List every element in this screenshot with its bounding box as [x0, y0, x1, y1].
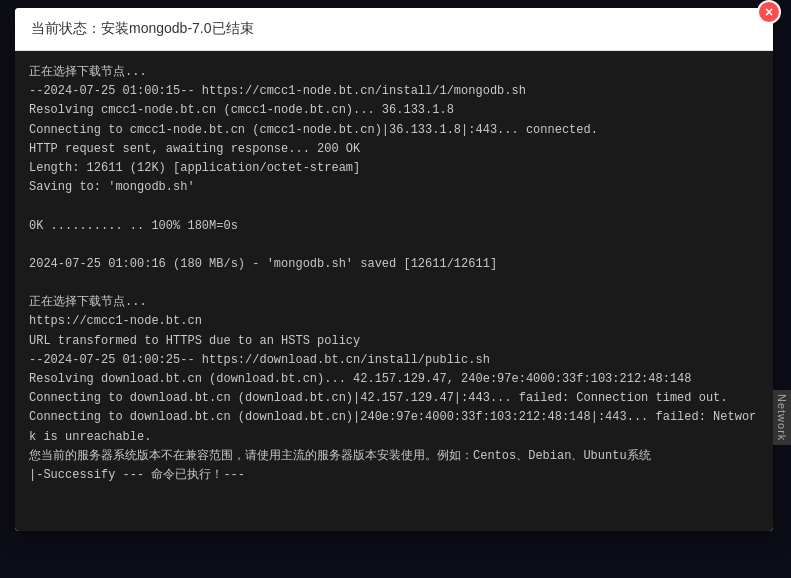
modal-dialog: 当前状态：安装mongodb-7.0已结束 × 正在选择下载节点... --20… — [15, 8, 773, 531]
close-button[interactable]: × — [757, 0, 781, 24]
modal-header: 当前状态：安装mongodb-7.0已结束 × — [15, 8, 773, 51]
network-label: Network — [773, 390, 791, 445]
terminal-output: 正在选择下载节点... --2024-07-25 01:00:15-- http… — [15, 51, 773, 531]
terminal-text: 正在选择下载节点... --2024-07-25 01:00:15-- http… — [29, 63, 759, 485]
modal-title: 当前状态：安装mongodb-7.0已结束 — [31, 20, 254, 38]
